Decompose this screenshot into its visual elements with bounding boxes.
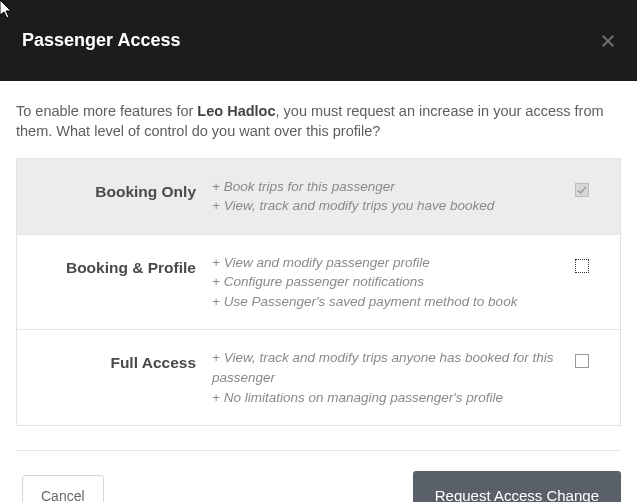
passenger-name: Leo Hadloc <box>197 103 275 119</box>
option-description: View, track and modify trips anyone has … <box>212 348 562 407</box>
intro-prefix: To enable more features for <box>16 103 197 119</box>
modal-header: Passenger Access <box>0 0 637 81</box>
option-description: View and modify passenger profile Config… <box>212 253 562 312</box>
option-booking-only[interactable]: Booking Only Book trips for this passeng… <box>17 159 620 234</box>
option-description: Book trips for this passenger View, trac… <box>212 177 562 216</box>
option-full-access[interactable]: Full Access View, track and modify trips… <box>17 329 620 425</box>
modal-title: Passenger Access <box>22 30 180 51</box>
close-icon[interactable] <box>599 32 617 50</box>
modal-footer: Cancel Request Access Change <box>0 451 637 502</box>
option-label: Booking & Profile <box>17 253 212 277</box>
intro-text: To enable more features for Leo Hadloc, … <box>16 101 621 142</box>
option-booking-profile[interactable]: Booking & Profile View and modify passen… <box>17 234 620 330</box>
checkbox-booking-only <box>575 183 589 197</box>
option-label: Full Access <box>17 348 212 372</box>
checkbox-full-access[interactable] <box>575 354 589 368</box>
request-access-change-button[interactable]: Request Access Change <box>413 471 621 502</box>
modal-body: To enable more features for Leo Hadloc, … <box>0 81 637 451</box>
passenger-access-modal: Passenger Access To enable more features… <box>0 0 637 502</box>
checkbox-booking-profile[interactable] <box>575 259 589 273</box>
access-level-options: Booking Only Book trips for this passeng… <box>16 158 621 427</box>
cancel-button[interactable]: Cancel <box>22 475 104 502</box>
option-label: Booking Only <box>17 177 212 201</box>
